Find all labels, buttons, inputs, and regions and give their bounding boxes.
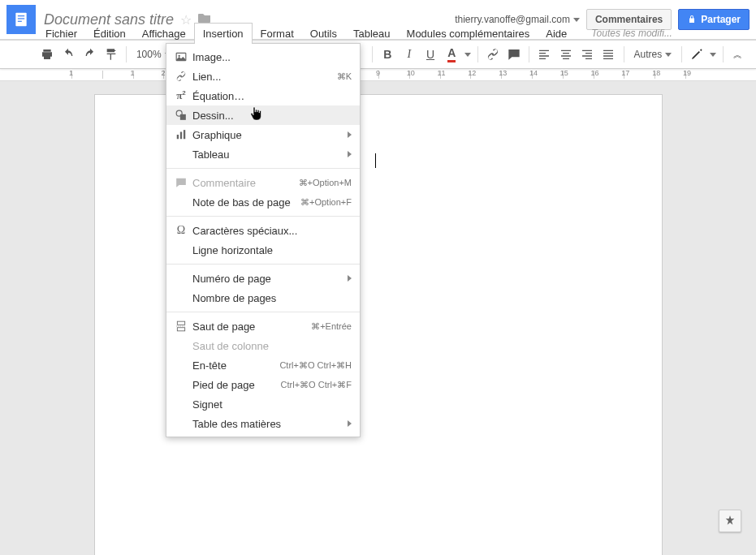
link-icon [173, 70, 189, 83]
submenu-arrow-icon [348, 274, 352, 283]
menu-item-lien[interactable]: Lien...⌘K [166, 67, 360, 86]
underline-icon[interactable]: U [421, 44, 440, 65]
insertion-dropdown: Image...Lien...⌘Kπ2Équation…Dessin...Gra… [166, 43, 361, 437]
menu-item-graphique[interactable]: Graphique [166, 125, 360, 144]
ruler-number: 17 [621, 69, 629, 77]
blank-icon [173, 243, 189, 256]
menu-item-nombre-de-pages[interactable]: Nombre de pages [166, 288, 360, 308]
menu-item-quation[interactable]: π2Équation… [166, 86, 360, 105]
menu-separator [166, 312, 360, 312]
edit-mode-caret[interactable] [709, 44, 718, 65]
explore-button[interactable] [719, 510, 741, 532]
blank-icon [173, 272, 189, 285]
blank-icon [173, 378, 189, 391]
menu-item-saut-de-page[interactable]: Saut de page⌘+Entrée [166, 316, 360, 336]
ruler-number: 2 [161, 69, 165, 77]
menu-item-signet[interactable]: Signet [166, 394, 360, 414]
ruler-tick: 1 [133, 71, 164, 79]
menu-item-label: Note de bas de page [192, 196, 300, 209]
menu-item-label: Dessin... [192, 110, 352, 122]
ruler-tick: 11 [440, 71, 471, 79]
paint-format-icon[interactable] [102, 44, 121, 65]
italic-icon[interactable]: I [400, 44, 419, 65]
menu-item-label: Table des matières [192, 418, 348, 430]
menu-shortcut: Ctrl+⌘O Ctrl+⌘F [281, 380, 352, 390]
menu-item-commentaire: Commentaire⌘+Option+M [166, 173, 360, 192]
menu-item-pied-de-page[interactable]: Pied de pageCtrl+⌘O Ctrl+⌘F [166, 375, 360, 394]
image-icon [173, 50, 189, 63]
menu-insertion[interactable]: Insertion [194, 23, 253, 44]
blank-icon [173, 196, 189, 209]
menu-separator [166, 216, 360, 217]
menu-shortcut: Ctrl+⌘O Ctrl+⌘H [279, 360, 352, 371]
ruler-tick [102, 71, 133, 79]
menu-item-label: Ligne horizontale [192, 244, 352, 256]
ruler-tick: 12 [470, 71, 501, 79]
insert-link-icon[interactable] [483, 44, 503, 65]
blank-icon [173, 417, 189, 430]
menu-item-en-t-te[interactable]: En-têteCtrl+⌘O Ctrl+⌘H [166, 355, 360, 375]
menu-item-dessin[interactable]: Dessin... [166, 105, 360, 125]
menu-item-label: Pied de page [192, 379, 281, 391]
collapse-toolbar-icon[interactable]: ︽ [728, 44, 748, 65]
menu-item-label: Tableau [192, 148, 348, 161]
menu-item-tableau[interactable]: Tableau [166, 144, 360, 164]
menu-item-label: En-tête [192, 359, 279, 372]
ruler-number: 11 [438, 69, 446, 77]
toolbar-separator [126, 46, 127, 62]
bold-icon[interactable]: B [378, 44, 397, 65]
menu-item-label: Saut de colonne [192, 340, 352, 352]
ruler-tick: 14 [532, 71, 563, 79]
svg-rect-2 [18, 18, 24, 19]
omega-icon: Ω [173, 224, 189, 237]
toolbar: 100% B I U A Autres ︽ [0, 40, 756, 69]
text-color-icon[interactable]: A [442, 44, 461, 65]
print-icon[interactable] [37, 44, 57, 65]
ruler: 112345678910111213141516171819 [0, 68, 756, 81]
align-left-icon[interactable] [534, 44, 554, 65]
undo-icon[interactable] [58, 44, 78, 65]
edit-mode-icon[interactable] [687, 44, 706, 65]
menu-item-ligne-horizontale[interactable]: Ligne horizontale [166, 240, 360, 260]
menu-item-num-ro-de-page[interactable]: Numéro de page [166, 269, 360, 288]
ruler-tick: 9 [378, 71, 409, 79]
align-center-icon[interactable] [556, 44, 576, 65]
toolbar-separator [529, 46, 529, 62]
ruler-tick: 1 [71, 71, 102, 79]
more-tools[interactable]: Autres [629, 49, 677, 60]
ruler-tick: 16 [594, 71, 624, 79]
equation-icon: π2 [173, 89, 189, 102]
menu-item-image[interactable]: Image... [166, 47, 360, 67]
ruler-number: 10 [407, 69, 415, 77]
ruler-number: 12 [468, 69, 476, 77]
menu-shortcut: ⌘+Option+M [299, 178, 352, 188]
svg-rect-9 [180, 132, 182, 140]
blank-icon [173, 148, 189, 161]
toolbar-separator [372, 46, 373, 62]
ruler-number: 19 [683, 69, 691, 77]
menu-item-label: Commentaire [192, 177, 299, 189]
toolbar-separator [477, 46, 478, 62]
text-color-caret[interactable] [464, 44, 473, 65]
menu-item-caract-res-sp-ciaux[interactable]: ΩCaractères spéciaux... [166, 221, 360, 240]
menu-item-table-des-mati-res[interactable]: Table des matières [166, 414, 360, 433]
align-justify-icon[interactable] [598, 44, 618, 65]
align-right-icon[interactable] [577, 44, 597, 65]
ruler-number: 18 [652, 69, 660, 77]
submenu-arrow-icon [348, 150, 352, 159]
insert-comment-icon[interactable] [504, 44, 524, 65]
svg-rect-11 [177, 321, 184, 325]
menu-separator [166, 168, 360, 169]
submenu-arrow-icon [348, 131, 352, 140]
redo-icon[interactable] [80, 44, 99, 65]
zoom-value: 100% [136, 49, 162, 60]
menu-separator [166, 264, 360, 265]
toolbar-separator [681, 46, 682, 62]
menu-item-note-de-bas-de-page[interactable]: Note de bas de page⌘+Option+F [166, 192, 360, 212]
ruler-tick: 15 [563, 71, 594, 79]
menu-item-label: Signet [192, 398, 352, 411]
svg-point-5 [179, 55, 180, 57]
text-cursor [375, 153, 376, 168]
submenu-arrow-icon [348, 419, 352, 428]
menu-item-label: Graphique [192, 129, 348, 141]
